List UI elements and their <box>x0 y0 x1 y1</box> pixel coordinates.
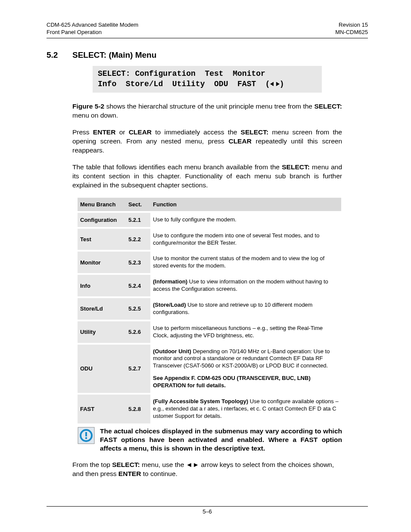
cell-branch: Store/Ld <box>78 297 126 320</box>
paragraph-1: Figure 5-2 shows the hierarchal structur… <box>72 102 342 120</box>
cell-func: (Information) Use to view information on… <box>150 274 341 297</box>
table-row: Configuration5.2.1Use to fully configure… <box>78 212 341 228</box>
cell-func: (Fully Accessible System Topology) Use t… <box>150 394 341 424</box>
cell-func: Use to perform miscellaneous functions –… <box>150 320 341 344</box>
paragraph-2: Press ENTER or CLEAR to immediately acce… <box>72 128 342 155</box>
alert-icon <box>78 427 95 444</box>
note-text: The actual choices displayed in the subm… <box>100 427 342 453</box>
header-right-1: Revision 15 <box>335 22 368 29</box>
cell-sect: 5.2.8 <box>126 394 150 424</box>
lcd-line1: SELECT: Configuration Test Monitor <box>98 69 265 78</box>
table-row: FAST5.2.8(Fully Accessible System Topolo… <box>78 394 341 424</box>
svg-rect-5 <box>85 437 87 439</box>
cell-branch: Monitor <box>78 251 126 274</box>
arrow-left-right-icon <box>270 80 280 88</box>
th-func: Function <box>150 198 341 212</box>
table-row: Store/Ld5.2.5(Store/Load) Use to store a… <box>78 297 341 320</box>
section-number: 5.2 <box>47 50 72 60</box>
cell-sect: 5.2.5 <box>126 297 150 320</box>
lcd-display: SELECT: Configuration Test Monitor Info … <box>93 66 322 93</box>
lcd-line2-pre: Info Store/Ld Utility ODU FAST ( <box>98 80 270 88</box>
cell-branch: ODU <box>78 344 126 394</box>
menu-table: Menu Branch Sect. Function Configuration… <box>78 198 341 425</box>
cell-branch: Info <box>78 274 126 297</box>
section-heading: 5.2 SELECT: (Main) Menu <box>47 50 368 60</box>
lcd-line2-post: ) <box>280 80 284 88</box>
cell-sect: 5.2.6 <box>126 320 150 344</box>
paragraph-3: The table that follows identifies each m… <box>72 163 342 190</box>
cell-func: (Store/Load) Use to store and retrieve u… <box>150 297 341 320</box>
header-left-2: Front Panel Operation <box>47 29 138 36</box>
table-row: Info5.2.4(Information) Use to view infor… <box>78 274 341 297</box>
note-block: The actual choices displayed in the subm… <box>78 427 342 453</box>
table-row: Monitor5.2.3Use to monitor the current s… <box>78 251 341 274</box>
cell-func: Use to monitor the current status of the… <box>150 251 341 274</box>
table-header-row: Menu Branch Sect. Function <box>78 198 341 212</box>
page-header: CDM-625 Advanced Satellite Modem Front P… <box>47 22 368 36</box>
cell-func: (Outdoor Unit) Depending on 70/140 MHz o… <box>150 344 341 394</box>
paragraph-4: From the top SELECT: menu, use the ◄► ar… <box>72 460 342 479</box>
footer-rule <box>47 506 368 507</box>
table-row: Utility5.2.6Use to perform miscellaneous… <box>78 320 341 344</box>
cell-branch: Test <box>78 228 126 251</box>
table-row: Test5.2.2Use to configure the modem into… <box>78 228 341 251</box>
page-footer: 5–6 <box>47 506 368 515</box>
cell-branch: FAST <box>78 394 126 424</box>
cell-sect: 5.2.4 <box>126 274 150 297</box>
section-title: SELECT: (Main) Menu <box>72 50 156 60</box>
cell-sect: 5.2.1 <box>126 212 150 228</box>
svg-rect-4 <box>85 432 87 436</box>
cell-func: Use to configure the modem into one of s… <box>150 228 341 251</box>
cell-sect: 5.2.2 <box>126 228 150 251</box>
header-rule <box>47 38 368 38</box>
table-row: ODU5.2.7(Outdoor Unit) Depending on 70/1… <box>78 344 341 394</box>
svg-marker-1 <box>276 82 280 86</box>
cell-branch: Utility <box>78 320 126 344</box>
header-right-2: MN-CDM625 <box>335 29 368 36</box>
th-sect: Sect. <box>126 198 150 212</box>
cell-func: Use to fully configure the modem. <box>150 212 341 228</box>
cell-sect: 5.2.7 <box>126 344 150 394</box>
svg-marker-0 <box>270 82 274 86</box>
cell-branch: Configuration <box>78 212 126 228</box>
header-left-1: CDM-625 Advanced Satellite Modem <box>47 22 138 29</box>
page-number: 5–6 <box>47 508 368 515</box>
th-branch: Menu Branch <box>78 198 126 212</box>
cell-sect: 5.2.3 <box>126 251 150 274</box>
